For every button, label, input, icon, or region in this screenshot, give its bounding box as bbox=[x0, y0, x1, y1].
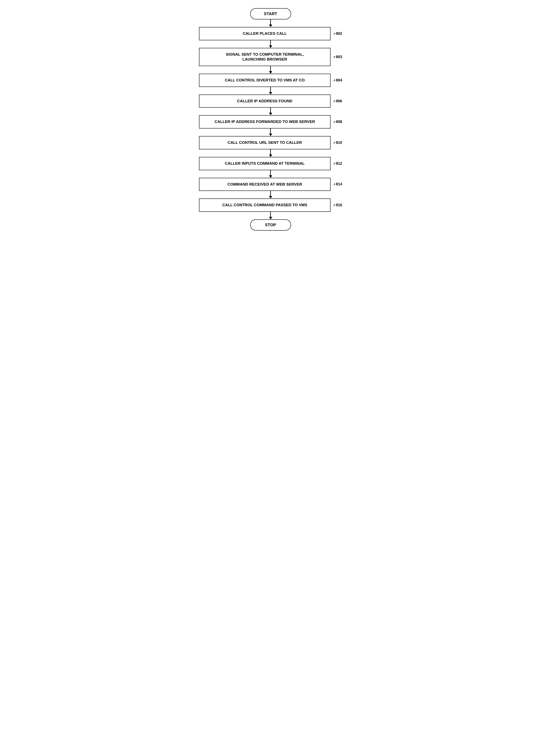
connector-2 bbox=[269, 66, 272, 74]
start-oval: START bbox=[250, 8, 291, 19]
step-804-wrapper: CALL CONTROL DIVERTED TO VMS AT CO 804 bbox=[199, 74, 342, 87]
step-808-rect: CALLER IP ADDRESS FORWARDED TO WEB SERVE… bbox=[199, 115, 331, 129]
ref-803: 803 bbox=[333, 55, 342, 59]
connector-7 bbox=[269, 170, 272, 178]
ref-808: 808 bbox=[333, 120, 342, 124]
ref-814: 814 bbox=[333, 182, 342, 186]
step-812-rect: CALLER INPUTS COMMAND AT TERMINAL bbox=[199, 157, 331, 170]
connector-9 bbox=[269, 212, 272, 219]
step-803-rect: SIGNAL SENT TO COMPUTER TERMINAL,LAUNCHI… bbox=[199, 48, 331, 66]
ref-802: 802 bbox=[333, 32, 342, 36]
connector-8 bbox=[269, 191, 272, 199]
step-810-wrapper: CALL CONTROL URL SENT TO CALLER 810 bbox=[199, 136, 342, 149]
stop-oval: STOP bbox=[250, 219, 291, 231]
step-808-wrapper: CALLER IP ADDRESS FORWARDED TO WEB SERVE… bbox=[199, 115, 342, 129]
step-802-rect: CALLER PLACES CALL bbox=[199, 27, 331, 40]
connector-3 bbox=[269, 87, 272, 95]
step-814-wrapper: COMMAND RECEIVED AT WEB SERVER 814 bbox=[199, 178, 342, 191]
step-814-rect: COMMAND RECEIVED AT WEB SERVER bbox=[199, 178, 331, 191]
step-816-rect: CALL CONTROL COMMAND PASSED TO VMS bbox=[199, 199, 331, 212]
step-806-wrapper: CALLER IP ADDRESS FOUND 806 bbox=[199, 95, 342, 108]
flowchart-container: START CALLER PLACES CALL 802 SIGNAL SENT… bbox=[199, 8, 342, 231]
step-804-rect: CALL CONTROL DIVERTED TO VMS AT CO bbox=[199, 74, 331, 87]
connector-4 bbox=[269, 108, 272, 115]
connector-6 bbox=[269, 149, 272, 157]
ref-810: 810 bbox=[333, 141, 342, 145]
step-803-text: SIGNAL SENT TO COMPUTER TERMINAL,LAUNCHI… bbox=[226, 52, 304, 62]
ref-804: 804 bbox=[333, 78, 342, 82]
step-816-wrapper: CALL CONTROL COMMAND PASSED TO VMS 816 bbox=[199, 199, 342, 212]
step-810-rect: CALL CONTROL URL SENT TO CALLER bbox=[199, 136, 331, 149]
step-803-wrapper: SIGNAL SENT TO COMPUTER TERMINAL,LAUNCHI… bbox=[199, 48, 342, 66]
step-802-wrapper: CALLER PLACES CALL 802 bbox=[199, 27, 342, 40]
ref-816: 816 bbox=[333, 203, 342, 207]
ref-806: 806 bbox=[333, 99, 342, 103]
step-812-wrapper: CALLER INPUTS COMMAND AT TERMINAL 812 bbox=[199, 157, 342, 170]
connector-5 bbox=[269, 129, 272, 136]
ref-812: 812 bbox=[333, 162, 342, 166]
step-806-rect: CALLER IP ADDRESS FOUND bbox=[199, 95, 331, 108]
connector-1 bbox=[269, 40, 272, 48]
connector-0 bbox=[269, 19, 272, 27]
